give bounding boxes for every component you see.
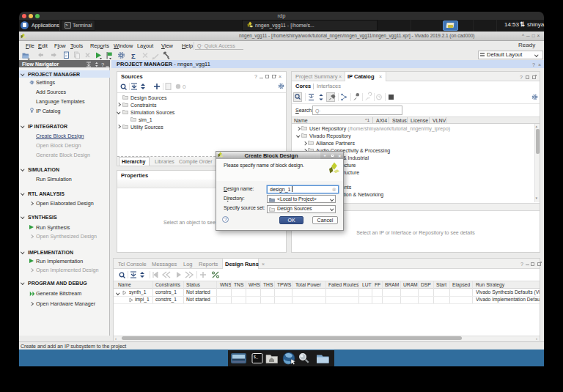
svg-text:?: ? [101,62,104,67]
svg-text:Σ: Σ [131,52,136,60]
svg-text:$_: $_ [254,355,259,360]
svg-text:0: 0 [183,84,186,90]
